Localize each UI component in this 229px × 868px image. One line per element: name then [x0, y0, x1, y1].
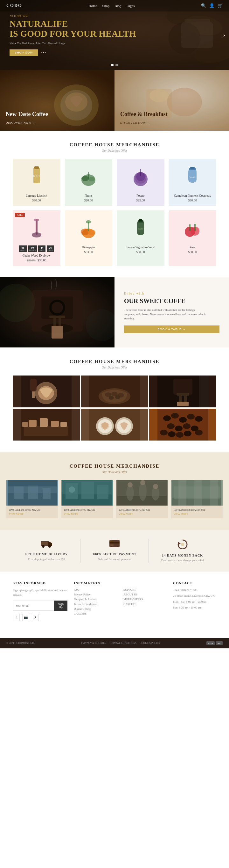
instagram-icon[interactable]: 📷	[22, 614, 29, 621]
svg-rect-62	[32, 392, 35, 398]
product-timer: 06 DAYS 00 HOURS 44 MINS 26 SECS	[16, 245, 56, 252]
svg-point-97	[175, 426, 183, 431]
info-link-careers[interactable]: CAREERS	[74, 612, 117, 615]
svg-rect-83	[22, 422, 28, 427]
user-icon[interactable]: 👤	[209, 3, 214, 8]
footer-features: FREE HOME DELIVERY Free shipping all ord…	[0, 530, 229, 571]
svg-rect-131	[179, 480, 186, 505]
book-table-btn[interactable]: Book a table →	[124, 326, 220, 333]
location-1[interactable]: 1904 Landlord Street, My, Use View more	[6, 480, 58, 518]
hero-title: NATURALIFE IS GOOD FOR YOUR HEALTH	[9, 19, 220, 39]
terms-link[interactable]: TERMS & CONDITIONS	[109, 642, 137, 645]
product-4[interactable]: WASH Cameleon Pigment Cosmetic $30.00	[169, 159, 217, 206]
product-price-1: $30.00	[16, 198, 56, 202]
location-2[interactable]: 1904 Landlord Street, My, Use View more	[62, 480, 113, 518]
product-image-7: CADO	[120, 214, 161, 243]
hero-secondary-btn[interactable]: • • •	[41, 51, 46, 54]
privacy-link[interactable]: PRIVACY & COOKIES	[81, 642, 106, 645]
svg-rect-44	[189, 224, 191, 231]
hero-dot-2[interactable]	[115, 64, 118, 66]
footer-col-info: Infomation FAQ Privacy Policy Shipping &…	[74, 581, 117, 621]
product-name-1: Larenge Lipstick	[16, 194, 56, 197]
svg-point-31	[32, 232, 41, 238]
brand-logo[interactable]: CODO	[6, 3, 22, 8]
nav-pages[interactable]: Pages	[126, 4, 135, 8]
location-4[interactable]: 1904 Landlord Street, My, Use View more	[171, 480, 223, 518]
svg-point-119	[69, 487, 75, 493]
product-2[interactable]: Plums $20.00	[65, 159, 113, 206]
product-8[interactable]: Pear $30.00	[169, 210, 217, 266]
svg-rect-40	[139, 219, 142, 221]
delivery-icon	[41, 539, 52, 550]
nav-home[interactable]: Home	[89, 4, 97, 8]
info-link-shipping[interactable]: Shipping & Returns	[74, 598, 117, 601]
svg-rect-36	[88, 222, 89, 231]
footer-columns: Stay Informed Sign up to get gift, speci…	[13, 581, 216, 621]
cart-icon[interactable]: 🛒	[218, 3, 223, 8]
location-link-3[interactable]: View more	[119, 513, 165, 516]
location-info-1: 1904 Landlord Street, My, Use View more	[6, 505, 58, 518]
svg-point-95	[195, 416, 202, 422]
support-link-4[interactable]: CAREERS	[123, 602, 167, 606]
product-7[interactable]: CADO Lemon Signature Wash $38.00	[117, 210, 164, 266]
banner-link-1[interactable]: DISCOVER NOW →	[6, 121, 109, 124]
info-link-terms[interactable]: Terms & Conditions	[74, 602, 117, 606]
banner-title-2: Coffee & Breakfast	[120, 111, 223, 118]
svg-rect-133	[210, 480, 218, 505]
gallery-item-4[interactable]	[13, 409, 80, 440]
location-link-4[interactable]: View more	[174, 513, 220, 516]
svg-point-144	[181, 543, 184, 546]
svg-rect-81	[51, 421, 59, 427]
gallery-title: COFFEE HOUSE MERCHANDISE	[13, 359, 216, 364]
hero-shop-btn[interactable]: SHOP NOW	[9, 50, 38, 56]
location-link-2[interactable]: View more	[64, 513, 111, 516]
stay-title: Stay Informed	[13, 581, 68, 585]
cookies-link[interactable]: COOKIES POLICY	[140, 642, 161, 645]
nav-blog[interactable]: Blog	[114, 4, 121, 8]
product-5[interactable]: SALE 06 DAYS 00 HOURS 44	[13, 210, 61, 266]
signup-btn[interactable]: Sign Up	[54, 600, 68, 611]
svg-rect-117	[81, 482, 94, 499]
banner-card-new-taste[interactable]: New Taste Coffee DISCOVER NOW →	[0, 70, 114, 131]
banner-card-breakfast[interactable]: Coffee & Breakfast DISCOVER NOW →	[114, 70, 229, 131]
svg-point-125	[127, 482, 132, 487]
info-link-faq[interactable]: FAQ	[74, 588, 117, 591]
product-1[interactable]: BODY Larenge Lipstick $30.00	[13, 159, 61, 206]
gallery-item-5[interactable]	[81, 409, 148, 440]
support-link-3[interactable]: MORE OFFERS	[123, 598, 167, 601]
gallery-item-2[interactable]	[81, 375, 148, 407]
gallery-item-3[interactable]	[149, 375, 216, 407]
gallery-item-6[interactable]	[149, 409, 216, 440]
return-icon	[177, 539, 188, 551]
gallery-item-1[interactable]	[13, 375, 80, 407]
location-3[interactable]: 1904 Landlord Street, My, Use View more	[116, 480, 168, 518]
info-links-list: FAQ Privacy Policy Shipping & Returns Te…	[74, 588, 117, 615]
location-image-3	[116, 480, 168, 505]
support-link-2[interactable]: ABOUT US	[123, 593, 167, 596]
svg-text:CADO: CADO	[138, 228, 144, 230]
info-link-privacy[interactable]: Privacy Policy	[74, 593, 117, 596]
twitter-icon[interactable]: ✗	[32, 614, 39, 621]
product-3[interactable]: Potato $25.00	[117, 159, 164, 206]
svg-text:BODY: BODY	[33, 175, 40, 178]
email-row: Sign Up	[13, 600, 68, 611]
visa-icon: VISA	[206, 641, 215, 645]
info-link-gifting[interactable]: Digital Gifting	[74, 607, 117, 611]
hero-next-arrow[interactable]: ›	[223, 32, 225, 38]
email-input[interactable]	[13, 600, 54, 611]
svg-rect-71	[173, 379, 192, 395]
location-link-1[interactable]: View more	[9, 513, 56, 516]
facebook-icon[interactable]: f	[13, 614, 20, 621]
nav-shop[interactable]: Shop	[103, 4, 110, 8]
product-name-2: Plums	[69, 194, 109, 197]
product-image-6	[69, 214, 109, 243]
svg-point-51	[51, 302, 63, 313]
mastercard-icon: MC	[216, 641, 223, 645]
product-6[interactable]: Pineapple $33.00	[65, 210, 113, 266]
search-icon[interactable]: 🔍	[201, 3, 206, 8]
hero-dot-1[interactable]	[111, 64, 114, 66]
banner-link-2[interactable]: DISCOVER NOW →	[120, 121, 223, 124]
support-link-1[interactable]: SUPPORT	[123, 588, 167, 591]
product-name-7: Lemon Signature Wash	[120, 245, 161, 249]
svg-point-101	[168, 431, 176, 437]
